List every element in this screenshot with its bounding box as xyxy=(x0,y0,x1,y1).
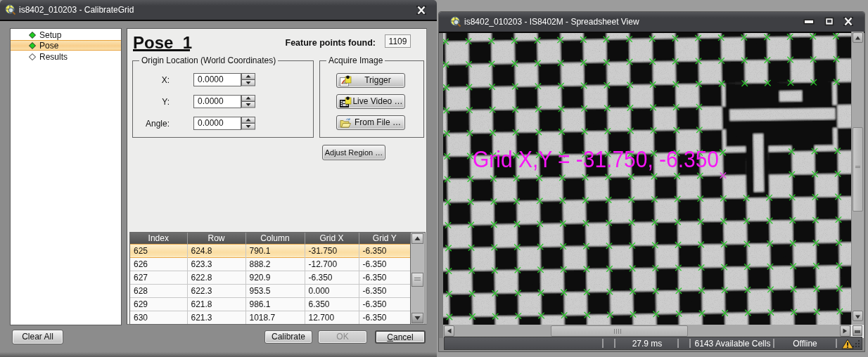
svg-text:Grid X,Y = -31.750, -6.350: Grid X,Y = -31.750, -6.350 xyxy=(473,145,719,172)
